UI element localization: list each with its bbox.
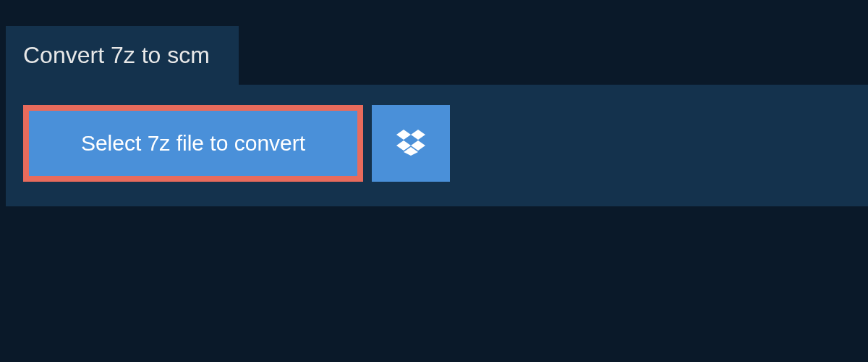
dropbox-button[interactable] — [372, 105, 450, 182]
select-file-button[interactable]: Select 7z file to convert — [23, 105, 363, 182]
tab-convert[interactable]: Convert 7z to scm — [6, 26, 239, 85]
tab-title: Convert 7z to scm — [23, 42, 210, 68]
convert-panel: Select 7z file to convert — [6, 85, 868, 206]
tab-bar: Convert 7z to scm — [6, 26, 868, 85]
select-file-label: Select 7z file to convert — [81, 131, 305, 156]
dropbox-icon — [396, 130, 425, 158]
